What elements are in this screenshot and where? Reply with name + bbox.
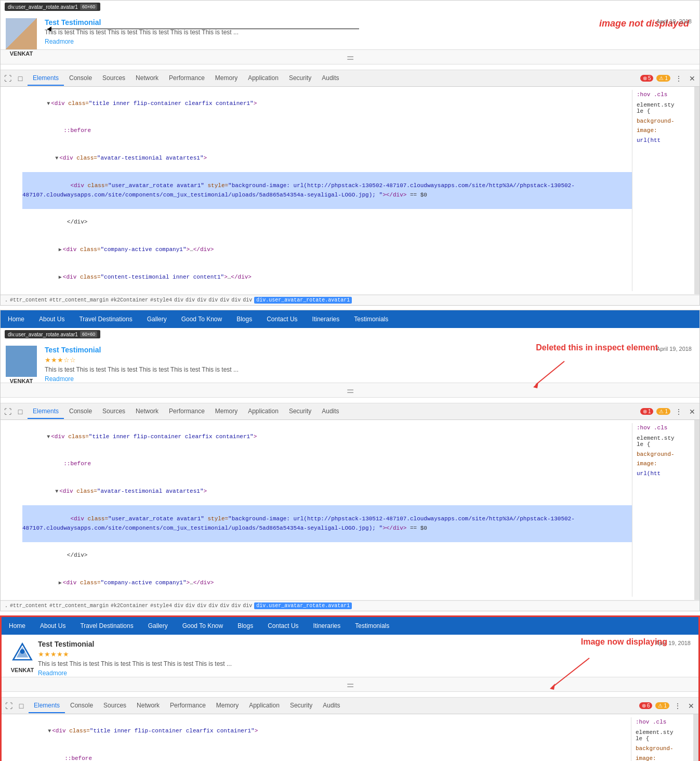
devtools-controls-3: ⊗ 6 ⚠ 1 ⋮ ✕: [639, 701, 696, 711]
section-3: Home About Us Travel Destinations Galler…: [0, 615, 700, 761]
breadcrumb-selected-1: div.user_avatar_rotate.avatar1: [254, 297, 352, 304]
nav-about-2[interactable]: About Us: [32, 310, 72, 328]
nav-home-3[interactable]: Home: [2, 617, 33, 635]
warning-badge-3: ⚠ 1: [655, 702, 669, 709]
tab-audits-2[interactable]: Audits: [316, 404, 344, 419]
site-preview-3: Image now displaying: [2, 635, 698, 698]
close-btn-3[interactable]: ✕: [686, 701, 696, 711]
tab-performance-1[interactable]: Performance: [164, 71, 210, 86]
inspect-icon-3[interactable]: ⛶: [4, 701, 14, 711]
warning-badge-2: ⚠ 1: [656, 408, 670, 415]
code-line-1-4-selected: <div class="user_avatar_rotate avatar1" …: [22, 172, 632, 208]
svg-marker-1: [533, 382, 538, 388]
nav-testimonials-3[interactable]: Testimonials: [348, 617, 397, 635]
svg-line-2: [553, 658, 589, 687]
close-btn-1[interactable]: ✕: [687, 73, 697, 84]
code-line-1-7: ▶<div class="content-testimonial inner c…: [14, 264, 632, 291]
devtools-resize-handle-2[interactable]: ⚌: [1, 383, 699, 398]
nav-home-2[interactable]: Home: [1, 310, 32, 328]
nav-travel-2[interactable]: Travel Destinations: [72, 310, 139, 328]
tab-security-2[interactable]: Security: [284, 404, 316, 419]
code-panel-3: ▼<div class="title inner flip-container …: [2, 714, 698, 761]
styles-panel-2: :hov .cls element.style { background-ima…: [632, 423, 694, 597]
nav-itineraries-3[interactable]: Itineraries: [306, 617, 348, 635]
tab-memory-1[interactable]: Memory: [210, 71, 243, 86]
device-icon[interactable]: □: [15, 73, 25, 84]
readmore-link-2[interactable]: Readmore: [45, 375, 694, 383]
user-name-1: VENKAT: [6, 50, 37, 57]
code-line-1-1: ▼<div class="title inner flip-container …: [6, 90, 632, 117]
code-panel-2: ▼<div class="title inner flip-container …: [1, 420, 699, 611]
nav-itineraries-2[interactable]: Itineraries: [305, 310, 347, 328]
nav-contact-3[interactable]: Contact Us: [260, 617, 306, 635]
close-btn-2[interactable]: ✕: [687, 406, 697, 417]
devtools-tabs-3: ⛶ □ Elements Console Sources Network Per…: [2, 698, 698, 714]
nav-blogs-3[interactable]: Blogs: [230, 617, 260, 635]
inspect-icon-2[interactable]: ⛶: [3, 406, 13, 417]
tab-console-1[interactable]: Console: [64, 71, 97, 86]
error-badge-3: ⊗ 6: [639, 702, 653, 709]
tab-performance-2[interactable]: Performance: [164, 404, 210, 419]
devtools-resize-handle-1[interactable]: ⚌: [1, 49, 699, 64]
avatar-1: VENKAT: [6, 18, 37, 49]
code-line-2-5: </div>: [22, 542, 632, 570]
arrow-deleted: [528, 359, 570, 391]
device-icon-2[interactable]: □: [15, 406, 25, 417]
tab-elements-1[interactable]: Elements: [28, 71, 64, 86]
scroll-bar-3[interactable]: [693, 714, 698, 761]
tab-application-2[interactable]: Application: [243, 404, 284, 419]
tab-sources-2[interactable]: Sources: [97, 404, 130, 419]
nav-goodtoknow-2[interactable]: Good To Know: [174, 310, 230, 328]
testimonial-body-3: This is test This is test This is test T…: [38, 660, 693, 667]
devtools-controls-2: ⊗ 1 ⚠ 1 ⋮ ✕: [640, 406, 697, 417]
tab-elements-2[interactable]: Elements: [28, 404, 64, 419]
nav-gallery-3[interactable]: Gallery: [141, 617, 175, 635]
avatar-image-2: [6, 346, 37, 377]
testimonial-card-1: VENKAT Test Testimonial This is test Thi…: [1, 18, 699, 49]
more-options-btn-3[interactable]: ⋮: [672, 701, 683, 711]
tab-network-2[interactable]: Network: [130, 404, 164, 419]
nav-about-3[interactable]: About Us: [33, 617, 73, 635]
tab-security-1[interactable]: Security: [284, 71, 316, 86]
arrow-displaying: [543, 655, 595, 693]
tab-application-3[interactable]: Application: [244, 699, 285, 713]
tab-console-2[interactable]: Console: [64, 404, 97, 419]
nav-goodtoknow-3[interactable]: Good To Know: [175, 617, 231, 635]
tab-audits-3[interactable]: Audits: [318, 699, 345, 713]
tab-performance-3[interactable]: Performance: [165, 699, 211, 713]
nav-gallery-2[interactable]: Gallery: [140, 310, 174, 328]
nav-contact-2[interactable]: Contact Us: [259, 310, 305, 328]
svg-line-0: [536, 361, 564, 385]
tab-network-3[interactable]: Network: [131, 699, 165, 713]
tab-sources-1[interactable]: Sources: [97, 71, 130, 86]
tab-sources-3[interactable]: Sources: [98, 699, 131, 713]
tab-network-1[interactable]: Network: [130, 71, 164, 86]
scroll-bar-2[interactable]: [694, 420, 699, 600]
site-nav-3: Home About Us Travel Destinations Galler…: [2, 617, 698, 635]
annotation-image-displaying: Image now displaying: [581, 637, 667, 647]
nav-travel-3[interactable]: Travel Destinations: [73, 617, 140, 635]
more-options-btn-1[interactable]: ⋮: [673, 73, 684, 84]
testimonial-title-1: Test Testimonial: [45, 18, 694, 27]
testimonial-date-1: April 19, 2018: [656, 18, 692, 24]
readmore-link-1[interactable]: Readmore: [45, 38, 694, 45]
site-nav-2: Home About Us Travel Destinations Galler…: [1, 310, 699, 328]
readmore-link-3[interactable]: Readmore: [38, 670, 693, 677]
more-options-btn-2[interactable]: ⋮: [673, 406, 684, 417]
tab-application-1[interactable]: Application: [243, 71, 284, 86]
dom-tree-1: ▼<div class="title inner flip-container …: [6, 90, 632, 291]
tab-elements-3[interactable]: Elements: [29, 699, 65, 713]
tab-memory-2[interactable]: Memory: [210, 404, 243, 419]
tab-security-3[interactable]: Security: [285, 699, 318, 713]
tab-console-3[interactable]: Console: [65, 699, 98, 713]
scroll-bar-1[interactable]: [694, 87, 699, 294]
nav-blogs-2[interactable]: Blogs: [229, 310, 259, 328]
inspect-icon[interactable]: ⛶: [3, 73, 13, 84]
device-icon-3[interactable]: □: [16, 701, 27, 711]
tab-memory-3[interactable]: Memory: [211, 699, 244, 713]
section-1: div.user_avatar_rotate.avatar1 60×60 ima…: [0, 0, 700, 306]
dom-tree-3: ▼<div class="title inner flip-container …: [7, 717, 631, 761]
nav-testimonials-2[interactable]: Testimonials: [347, 310, 395, 328]
tab-audits-1[interactable]: Audits: [316, 71, 344, 86]
avatar-2: VENKAT: [6, 346, 37, 377]
